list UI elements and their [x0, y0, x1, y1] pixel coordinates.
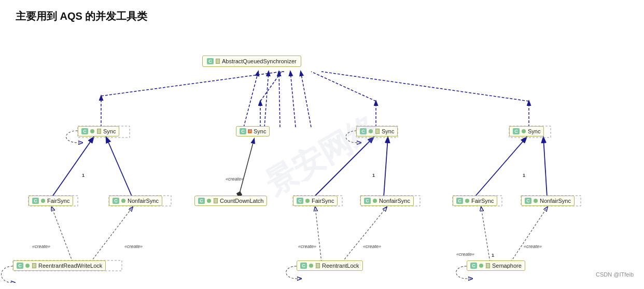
fairsync2-label: FairSync	[312, 198, 334, 204]
uml-box-semaphore: C Semaphore	[467, 260, 525, 271]
icon-lock: 🔒	[248, 129, 252, 133]
svg-line-20	[481, 208, 490, 262]
icon-c: C	[470, 263, 477, 269]
svg-line-21	[511, 208, 547, 262]
credit-text: CSDN @ITfeib	[596, 271, 634, 278]
stereotype-create6: «create»	[456, 252, 474, 257]
uml-box-sync1: C Sync	[78, 126, 119, 136]
icon-pub	[465, 199, 469, 203]
icon-c: C	[113, 198, 119, 204]
svg-line-13	[474, 137, 526, 197]
aqs-label: AbstractQueuedSynchronizer	[222, 58, 297, 64]
icon-file	[375, 129, 380, 134]
stereotype-create7: «create»	[524, 244, 542, 249]
multiplicity-1a: 1	[82, 173, 85, 178]
svg-line-19	[342, 208, 386, 262]
page-title: 主要用到 AQS 的并发工具类	[0, 0, 644, 29]
stereotype-create2: «create»	[124, 244, 143, 249]
icon-file	[486, 263, 490, 268]
svg-line-16	[91, 208, 132, 262]
uml-box-nonfairsync1: C NonfairSync	[109, 196, 162, 206]
uml-box-fairsync3: C FairSync	[453, 196, 497, 206]
icon-file	[216, 59, 220, 64]
fairsync1-label: FairSync	[47, 198, 69, 204]
icon-c: C	[240, 128, 246, 134]
diagram-area: C AbstractQueuedSynchronizer C Sync C 🔒 …	[0, 29, 644, 283]
stereotype-create3: «create»	[226, 176, 244, 182]
svg-line-33	[264, 72, 269, 127]
nonfairsync3-label: NonfairSync	[540, 198, 571, 204]
svg-line-32	[244, 72, 258, 127]
uml-box-sync4: C Sync	[509, 126, 544, 136]
icon-c: C	[456, 198, 463, 204]
icon-pub	[305, 199, 310, 203]
icon-pub	[25, 264, 30, 268]
svg-line-3	[260, 72, 282, 101]
uml-box-fairsync1: C FairSync	[29, 196, 73, 206]
icon-file	[32, 263, 36, 268]
icon-c: C	[525, 198, 531, 204]
sync2-label: Sync	[254, 128, 266, 134]
uml-box-aqs: C AbstractQueuedSynchronizer	[202, 56, 301, 67]
reentrantlock-label: ReentrantLock	[322, 263, 359, 269]
svg-line-11	[314, 137, 373, 197]
icon-pub	[522, 129, 526, 133]
icon-c: C	[364, 198, 371, 204]
icon-file	[97, 129, 101, 134]
svg-line-8	[52, 137, 93, 197]
svg-line-5	[311, 72, 376, 101]
semaphore-label: Semaphore	[492, 263, 522, 269]
icon-c: C	[297, 198, 303, 204]
reentrantreadwritelock-label: ReentrantReadWriteLock	[38, 263, 102, 269]
icon-pub	[369, 129, 373, 133]
countdownlatch-label: CountDownLatch	[220, 198, 263, 204]
uml-box-sync2: C 🔒 Sync	[236, 126, 270, 136]
svg-line-10	[239, 139, 254, 197]
icon-pub	[479, 264, 483, 268]
icon-c: C	[198, 198, 205, 204]
svg-line-34	[279, 72, 280, 127]
svg-line-15	[52, 208, 73, 262]
uml-box-fairsync2: C FairSync	[293, 196, 338, 206]
svg-line-7	[321, 72, 529, 101]
icon-pub	[121, 199, 125, 203]
icon-c: C	[32, 198, 39, 204]
icon-c: C	[207, 58, 214, 64]
icon-pub	[534, 199, 538, 203]
uml-box-reentrantlock: C ReentrantLock	[297, 260, 363, 271]
stereotype-create1: «create»	[32, 244, 50, 249]
multiplicity-1d: 1	[492, 253, 494, 258]
svg-line-1	[101, 72, 282, 96]
icon-pub	[90, 129, 94, 133]
icon-pub	[309, 264, 313, 268]
sync4-label: Sync	[528, 128, 540, 134]
multiplicity-1b: 1	[372, 173, 375, 178]
stereotype-create4: «create»	[298, 244, 316, 249]
svg-line-9	[106, 137, 132, 197]
uml-box-nonfairsync3: C NonfairSync	[521, 196, 575, 206]
icon-file	[316, 263, 320, 268]
sync3-label: Sync	[382, 128, 394, 134]
icon-c: C	[300, 263, 307, 269]
stereotype-create5: «create»	[363, 244, 381, 249]
icon-pub	[373, 199, 377, 203]
arrows-svg	[0, 29, 644, 283]
svg-line-35	[290, 72, 296, 127]
icon-c: C	[513, 128, 520, 134]
uml-box-nonfairsync2: C NonfairSync	[360, 196, 414, 206]
uml-box-reentrantreadwritelock: C ReentrantReadWriteLock	[13, 260, 106, 271]
svg-line-14	[543, 137, 547, 197]
icon-c: C	[17, 263, 23, 269]
nonfairsync2-label: NonfairSync	[379, 198, 410, 204]
watermark: 景安网络	[258, 106, 386, 205]
icon-c: C	[360, 128, 367, 134]
uml-box-sync3: C Sync	[356, 126, 398, 136]
multiplicity-1c: 1	[523, 173, 525, 178]
svg-line-12	[384, 137, 388, 197]
fairsync3-label: FairSync	[471, 198, 494, 204]
icon-pub	[207, 199, 211, 203]
icon-c: C	[81, 128, 88, 134]
svg-line-18	[315, 208, 321, 262]
icon-pub	[41, 199, 45, 203]
svg-line-36	[301, 72, 311, 127]
